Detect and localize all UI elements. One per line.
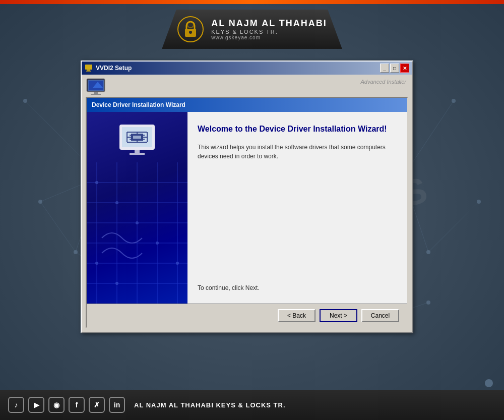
svg-rect-47	[143, 137, 145, 138]
wizard-body: Welcome to the Device Driver Installatio…	[87, 112, 407, 304]
svg-point-13	[38, 200, 42, 204]
svg-rect-49	[135, 150, 140, 153]
wizard-spacer	[198, 171, 397, 284]
svg-point-9	[23, 99, 27, 103]
back-button[interactable]: < Back	[278, 309, 316, 322]
facebook-icon[interactable]: f	[69, 397, 85, 413]
company-name: AL NAJM AL THAHABI	[211, 18, 327, 29]
company-tagline: KEYS & LOCKS TR.	[211, 29, 327, 35]
svg-rect-27	[86, 71, 91, 72]
linkedin-icon[interactable]: in	[109, 397, 125, 413]
outer-title-label: VVDI2 Setup	[96, 65, 379, 72]
bottom-brand-text: AL NAJM AL THAHABI KEYS & LOCKS TR.	[134, 401, 286, 409]
svg-point-23	[189, 31, 192, 34]
svg-point-62	[95, 181, 98, 184]
advanced-installer-label: Advanced Installer	[361, 79, 407, 85]
svg-point-24	[187, 22, 194, 28]
svg-point-68	[115, 282, 118, 285]
social-icons-group: ♪ ▶ ◉ f ✗ in	[8, 397, 125, 413]
inner-titlebar: Device Driver Installation Wizard	[87, 98, 407, 112]
cancel-button[interactable]: Cancel	[361, 309, 399, 322]
instagram-icon[interactable]: ◉	[48, 397, 65, 413]
svg-rect-43	[130, 135, 131, 136]
outer-titlebar: VVDI2 Setup _ □ ✕	[82, 62, 412, 75]
svg-point-63	[115, 201, 118, 204]
sidebar-circuit	[87, 162, 187, 304]
svg-rect-25	[85, 65, 92, 70]
wizard-continue-text: To continue, click Next.	[198, 284, 397, 291]
close-button[interactable]: ✕	[400, 64, 409, 73]
svg-line-7	[428, 202, 479, 252]
svg-point-20	[485, 379, 493, 387]
bottom-bar: ♪ ▶ ◉ f ✗ in AL NAJM AL THAHABI KEYS & L…	[0, 390, 504, 420]
next-button[interactable]: Next >	[320, 309, 357, 322]
youtube-icon[interactable]: ▶	[28, 397, 44, 413]
minimize-button[interactable]: _	[380, 64, 389, 73]
svg-rect-44	[130, 137, 131, 138]
company-website: www.gskeyae.com	[211, 35, 327, 40]
svg-rect-31	[91, 94, 101, 95]
svg-rect-45	[130, 139, 131, 140]
svg-point-14	[452, 99, 456, 103]
svg-point-17	[477, 200, 481, 204]
wizard-sidebar	[87, 112, 187, 304]
computer-icon	[86, 78, 110, 101]
svg-point-16	[426, 250, 430, 254]
wizard-title: Device Driver Installation Wizard	[92, 101, 185, 108]
svg-point-64	[136, 221, 139, 224]
wizard-description-text: This wizard helps you install the softwa…	[198, 143, 397, 161]
wizard-main-content: Welcome to the Device Driver Installatio…	[187, 112, 407, 304]
svg-rect-48	[143, 139, 145, 140]
svg-point-65	[156, 242, 159, 245]
wizard-welcome-heading: Welcome to the Device Driver Installatio…	[198, 124, 397, 135]
svg-rect-30	[94, 92, 98, 94]
svg-point-66	[176, 262, 179, 265]
svg-rect-50	[130, 153, 145, 155]
outer-window: VVDI2 Setup _ □ ✕ Advanced Installer	[81, 61, 413, 333]
dialog-overlay: VVDI2 Setup _ □ ✕ Advanced Installer	[81, 61, 413, 333]
outer-content: Advanced Installer Device Driver Install…	[82, 75, 412, 332]
svg-point-11	[74, 250, 78, 254]
driver-icon	[117, 122, 157, 162]
logo-text: AL NAJM AL THAHABI KEYS & LOCKS TR. www.…	[211, 18, 327, 40]
svg-rect-42	[133, 136, 141, 139]
lock-icon	[177, 16, 204, 43]
inner-wizard: Device Driver Installation Wizard	[86, 97, 408, 328]
monitor-svg	[86, 78, 110, 99]
header-logo-area: AL NAJM AL THAHABI KEYS & LOCKS TR. www.…	[0, 4, 504, 54]
svg-point-67	[95, 262, 98, 265]
svg-point-18	[426, 301, 430, 305]
svg-line-4	[40, 202, 76, 252]
top-accent-bar	[0, 0, 504, 4]
wizard-footer: < Back Next > Cancel	[87, 304, 407, 327]
setup-icon	[85, 64, 93, 72]
tiktok-icon[interactable]: ♪	[8, 397, 24, 413]
svg-rect-46	[143, 135, 145, 136]
twitter-icon[interactable]: ✗	[89, 397, 105, 413]
maximize-button[interactable]: □	[390, 64, 399, 73]
logo-container: AL NAJM AL THAHABI KEYS & LOCKS TR. www.…	[162, 10, 342, 49]
